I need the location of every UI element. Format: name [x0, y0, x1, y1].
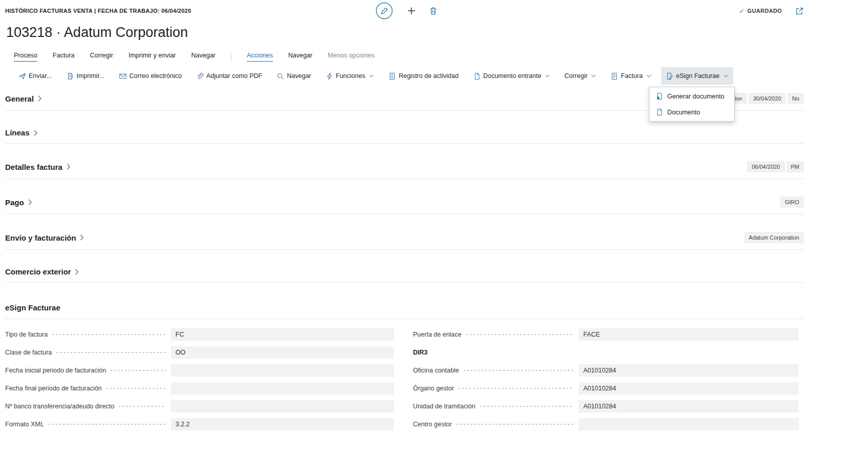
dotted-leader — [48, 424, 166, 425]
email-icon — [119, 72, 127, 80]
toolbar-button-navegar[interactable]: Navegar — [272, 67, 315, 85]
summary-badge: No — [787, 93, 804, 104]
section-envio-y-facturacion[interactable]: Envío y facturación Adatum Corporation — [5, 232, 804, 250]
tab-navegar[interactable]: Navegar — [191, 52, 215, 61]
summary-badge: PM — [786, 161, 804, 172]
field-centro-gestor: Centro gestor — [413, 418, 799, 430]
delete-button[interactable] — [429, 7, 438, 15]
toolbar-button-documento-entrante[interactable]: Documento entrante — [468, 67, 555, 85]
pencil-icon — [375, 2, 393, 20]
tab-navegar-2[interactable]: Navegar — [288, 52, 312, 61]
group-heading-dir3: DIR3 — [413, 346, 799, 359]
tab-corregir[interactable]: Corregir — [90, 52, 113, 61]
menu-item-label: Documento — [667, 109, 700, 116]
toolbar-button-esign-facturae[interactable]: eSign Facturae Generar documento Documen… — [661, 67, 733, 85]
incoming-document-icon — [473, 72, 481, 80]
field-fecha-inicial-periodo: Fecha inicial periodo de facturación — [5, 364, 394, 377]
section-title: Pago — [5, 198, 24, 207]
add-button[interactable]: + — [406, 4, 417, 18]
toolbar-button-funciones[interactable]: Funciones — [321, 67, 379, 85]
tab-proceso[interactable]: Proceso — [14, 52, 37, 62]
tab-menos-opciones[interactable]: Menos opciones — [328, 52, 374, 61]
toolbar-label: Funciones — [336, 72, 366, 80]
check-icon: ✓ — [739, 7, 745, 15]
section-detalles-factura[interactable]: Detalles factura 06/04/2020 PM — [5, 161, 804, 179]
menu-item-label: Generar documento — [667, 93, 724, 100]
field-value[interactable]: A01010284 — [579, 382, 799, 395]
field-formato-xml: Formato XML 3.2.2 — [5, 418, 394, 430]
dotted-leader — [458, 388, 574, 389]
edit-button[interactable] — [374, 1, 394, 21]
field-label: Puerta de enlace — [413, 331, 462, 338]
menu-item-documento[interactable]: Documento — [649, 104, 734, 120]
section-esign-facturae[interactable]: eSign Facturae — [5, 303, 804, 319]
plus-icon: + — [407, 3, 416, 18]
dotted-leader — [55, 352, 166, 353]
chevron-down-icon — [723, 74, 728, 77]
toolbar-label: Factura — [621, 72, 642, 80]
toolbar-label: Registro de actividad — [399, 72, 459, 80]
field-label: Órgano gestor — [413, 385, 454, 392]
toolbar-button-correo-electronico[interactable]: Correo electrónico — [114, 67, 186, 85]
field-value[interactable] — [171, 400, 394, 412]
activity-log-icon — [388, 72, 396, 80]
field-value[interactable]: A01010284 — [579, 364, 799, 377]
field-clase-de-factura: Clase de factura OO — [5, 346, 394, 359]
toolbar-label: eSign Facturae — [676, 72, 720, 80]
save-status: ✓ GUARDADO — [739, 7, 782, 15]
field-value[interactable]: FC — [171, 328, 394, 341]
field-value[interactable]: OO — [171, 346, 394, 359]
field-value[interactable] — [171, 364, 394, 377]
printer-icon — [66, 72, 74, 80]
toolbar-button-factura[interactable]: Factura — [606, 67, 656, 85]
field-value[interactable]: FACE — [579, 328, 799, 341]
dotted-leader — [479, 406, 574, 407]
app-window: HISTÓRICO FACTURAS VENTA | FECHA DE TRAB… — [0, 0, 868, 452]
lightning-icon — [326, 72, 333, 80]
section-title: Envío y facturación — [5, 233, 76, 242]
dotted-leader — [51, 334, 166, 335]
dotted-leader — [110, 370, 166, 371]
send-icon — [18, 72, 26, 80]
field-fecha-final-periodo: Fecha final periodo de facturación — [5, 382, 394, 395]
breadcrumb[interactable]: HISTÓRICO FACTURAS VENTA | FECHA DE TRAB… — [5, 8, 191, 14]
tab-divider — [231, 53, 231, 61]
invoice-icon — [610, 72, 618, 80]
toolbar-button-corregir[interactable]: Corregir — [560, 67, 601, 85]
field-label: Nº banco transferencia/adeudo directo — [5, 403, 114, 410]
toolbar-label: Corregir — [564, 72, 587, 80]
field-value[interactable] — [579, 418, 799, 430]
esign-document-icon — [666, 72, 674, 80]
open-in-new-window-button[interactable] — [795, 7, 804, 15]
menu-item-generar-documento[interactable]: Generar documento — [649, 88, 734, 104]
field-value[interactable] — [171, 382, 394, 395]
field-organo-gestor: Órgano gestor A01010284 — [413, 382, 799, 395]
toolbar-button-registro-de-actividad[interactable]: Registro de actividad — [384, 67, 463, 85]
section-lineas[interactable]: Líneas — [5, 128, 804, 144]
section-comercio-exterior[interactable]: Comercio exterior — [5, 267, 804, 283]
section-title: Líneas — [5, 128, 30, 137]
tab-factura[interactable]: Factura — [53, 52, 74, 61]
field-label: Oficina contable — [413, 367, 459, 374]
toolbar-label: Enviar... — [29, 72, 52, 80]
toolbar-button-adjuntar-como-pdf[interactable]: Adjuntar como PDF — [191, 67, 267, 85]
top-bar: HISTÓRICO FACTURAS VENTA | FECHA DE TRAB… — [5, 0, 804, 22]
toolbar-button-imprimir[interactable]: Imprimir... — [62, 67, 109, 85]
record-actions: + — [374, 1, 438, 21]
tab-acciones[interactable]: Acciones — [247, 52, 273, 62]
field-value[interactable]: A01010284 — [579, 400, 799, 412]
field-unidad-de-tramitacion: Unidad de tramitación A01010284 — [413, 400, 799, 412]
trash-icon — [429, 7, 438, 15]
toolbar-label: Documento entrante — [483, 72, 541, 80]
field-value[interactable]: 3.2.2 — [171, 418, 394, 430]
toolbar-button-enviar[interactable]: Enviar... — [14, 67, 56, 85]
esign-dropdown-menu: Generar documento Documento — [649, 87, 735, 122]
toolbar-label: Imprimir... — [76, 72, 105, 80]
field-label: Formato XML — [5, 421, 44, 428]
field-label: Fecha final periodo de facturación — [5, 385, 102, 392]
tab-imprimir-y-enviar[interactable]: Imprimir y enviar — [128, 52, 175, 61]
field-label: Clase de factura — [5, 349, 52, 356]
chevron-right-icon — [75, 269, 78, 275]
chevron-right-icon — [67, 164, 70, 170]
section-pago[interactable]: Pago GIRO — [5, 196, 804, 214]
